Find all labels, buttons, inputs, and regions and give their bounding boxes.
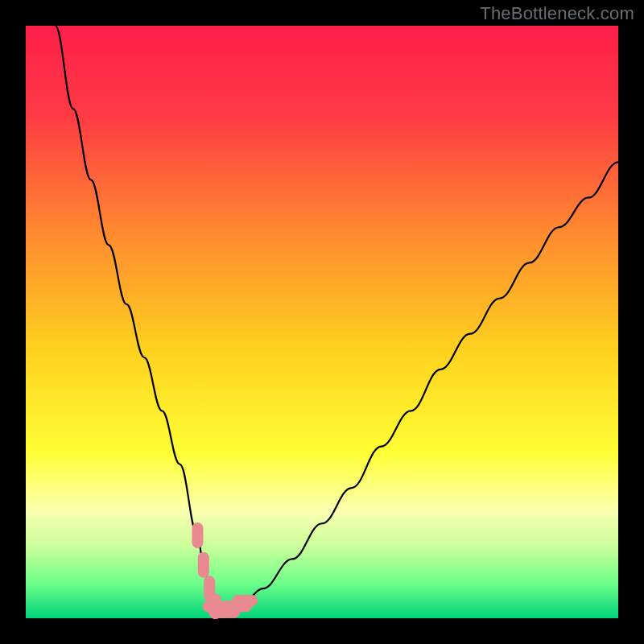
highlight-marks — [197, 528, 252, 613]
bottleneck-curve — [56, 26, 618, 613]
watermark-text: TheBottleneck.com — [480, 3, 634, 24]
curve-layer — [26, 26, 618, 618]
plot-area — [26, 26, 618, 618]
chart-frame: TheBottleneck.com — [0, 0, 644, 644]
